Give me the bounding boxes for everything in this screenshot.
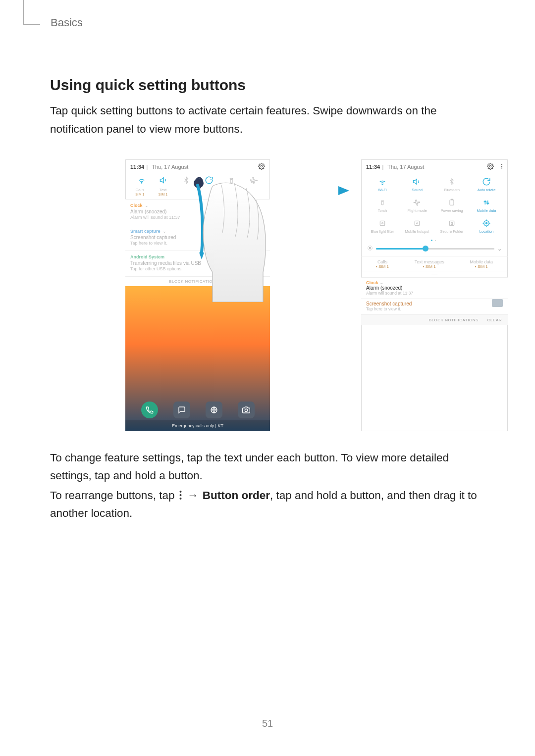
brightness-slider[interactable] (376, 248, 494, 250)
notification-clock[interactable]: Clock⌄ Alarm (snoozed) Alarm will sound … (125, 199, 270, 225)
rotate-icon (482, 176, 491, 187)
qs-updown-button[interactable]: Mobile data (473, 197, 500, 216)
sim-label: SIM 1 (128, 193, 152, 197)
notif-title: Screenshot captured (130, 235, 265, 240)
text-label: Text (160, 188, 167, 192)
more-vert-icon (179, 490, 182, 500)
button-order-label: Button order (203, 489, 270, 502)
sim-title: Text messages (415, 259, 444, 264)
notif-app: Smart capture (130, 229, 160, 234)
header-separator: | (146, 164, 148, 170)
dock-row (125, 402, 270, 418)
qs-loc-button[interactable]: Location (473, 218, 500, 237)
emergency-label: Emergency calls only | KT (125, 420, 270, 431)
svg-point-24 (486, 223, 487, 224)
qs-torch-button[interactable]: Torch (369, 197, 396, 216)
qs-sq-button[interactable]: Blue light filter (369, 218, 396, 237)
qs-wifi-button[interactable]: Wi-Fi (369, 176, 396, 195)
qs-bt-button[interactable]: Bluetooth (438, 176, 465, 195)
block-notifications-button[interactable]: BLOCK NOTIFICATIONS (429, 318, 479, 322)
sim-sub: ▪ SIM 1 (470, 264, 493, 269)
panel-header: 11:34 | Thu, 17 August (361, 159, 508, 173)
qs-sq3-button[interactable]: Secure Folder (438, 218, 465, 237)
qs-label: Power saving (440, 209, 463, 216)
rotate-icon[interactable] (204, 175, 214, 185)
brightness-icon (367, 245, 373, 252)
qs-sq2-button[interactable]: Mobile hotspot (404, 218, 430, 237)
qs-power-button[interactable]: Power saving (438, 197, 465, 216)
qs-label: Wi-Fi (378, 188, 387, 195)
notif-subtitle: Alarm will sound at 11:37 (130, 215, 265, 220)
calls-label: Calls (135, 188, 144, 192)
swipe-arrow-icon (281, 183, 350, 200)
svg-rect-3 (230, 179, 232, 183)
qs-plane-button[interactable]: Flight mode (404, 197, 430, 216)
gear-icon[interactable] (258, 163, 265, 171)
screenshot-thumbnail (492, 299, 503, 307)
sim-cell[interactable]: Mobile data▪ SIM 1 (470, 259, 493, 269)
sim-cell[interactable]: Text messages▪ SIM 1 (415, 259, 444, 269)
sim-cell[interactable]: Calls▪ SIM 1 (376, 259, 389, 269)
qs-label: Blue light filter (371, 230, 394, 237)
qs-label: Location (480, 230, 493, 237)
notification-usb[interactable]: Android System Transferring media files … (125, 251, 270, 276)
svg-rect-20 (415, 221, 419, 225)
notif-app: Clock (366, 280, 378, 285)
chevron-down-icon[interactable]: ⌄ (497, 246, 502, 252)
updown-icon (482, 197, 490, 208)
date-label: Thu, 17 August (387, 164, 424, 170)
notif-title: Alarm (snoozed) (366, 285, 503, 291)
quick-settings-panel-screenshot-right: 11:34 | Thu, 17 August Wi-FiSoundBluetoo… (361, 159, 508, 431)
clear-button[interactable]: CLEAR (487, 318, 502, 322)
camera-icon[interactable] (238, 402, 255, 418)
gear-icon[interactable] (487, 163, 494, 171)
svg-marker-2 (160, 178, 163, 183)
browser-icon[interactable] (206, 402, 222, 418)
qs-label: Sound (412, 188, 423, 195)
svg-rect-18 (380, 221, 384, 225)
sq-icon (378, 218, 386, 229)
notif-subtitle: Tap here to view it. (366, 306, 503, 311)
notif-subtitle: Tap for other USB options. (130, 266, 265, 271)
messages-icon[interactable] (173, 402, 190, 418)
notification-screenshot[interactable]: Smart capture⌄ Screenshot captured Tap h… (125, 225, 270, 251)
svg-rect-15 (381, 202, 383, 204)
sound-icon (413, 176, 422, 187)
drag-handle-icon[interactable]: — (361, 270, 508, 277)
sq2-icon (413, 218, 421, 229)
page-indicator: •· (361, 238, 508, 244)
wifi-icon[interactable] (137, 175, 147, 185)
time-label: 11:34 (366, 164, 380, 170)
notif-subtitle: Alarm will sound at 11:37 (366, 291, 503, 296)
qs-label: Secure Folder (440, 230, 463, 237)
svg-rect-22 (451, 223, 453, 225)
block-notifications-label[interactable]: BLOCK NOTIFICATIONS ⌄ (125, 276, 270, 286)
home-screen-backdrop: Emergency calls only | KT (125, 286, 270, 431)
phone-icon[interactable] (141, 402, 158, 418)
sim-sub: ▪ SIM 1 (376, 264, 389, 269)
plane-icon[interactable] (249, 175, 259, 185)
brightness-slider-row[interactable]: ⌄ (361, 244, 508, 256)
svg-point-10 (501, 164, 502, 165)
notif-title: Transferring media files via USB (130, 260, 265, 266)
qs-rotate-button[interactable]: Auto rotate (473, 176, 500, 195)
qs-label: Mobile hotspot (405, 230, 429, 237)
notification-clock[interactable]: Clock ⌄ Alarm (snoozed) Alarm will sound… (361, 277, 508, 299)
more-vert-icon[interactable] (499, 163, 505, 171)
sim-label: SIM 1 (152, 193, 175, 197)
sim-sub: ▪ SIM 1 (415, 264, 444, 269)
svg-point-19 (382, 223, 383, 224)
notif-title: Screenshot captured (366, 301, 503, 306)
date-label: Thu, 17 August (152, 164, 188, 170)
torch-icon[interactable] (226, 175, 236, 185)
svg-rect-16 (450, 200, 454, 205)
chevron-down-icon: ⌄ (379, 280, 383, 285)
power-icon (448, 197, 456, 208)
page-number: 51 (0, 718, 535, 729)
sound-icon[interactable] (159, 175, 169, 185)
plane-icon (413, 197, 421, 208)
qs-sound-button[interactable]: Sound (404, 176, 430, 195)
quick-settings-grid: Wi-FiSoundBluetoothAuto rotateTorchFligh… (361, 173, 508, 238)
bluetooth-icon[interactable] (181, 175, 191, 185)
notification-screenshot[interactable]: Screenshot captured Tap here to view it. (361, 299, 508, 314)
